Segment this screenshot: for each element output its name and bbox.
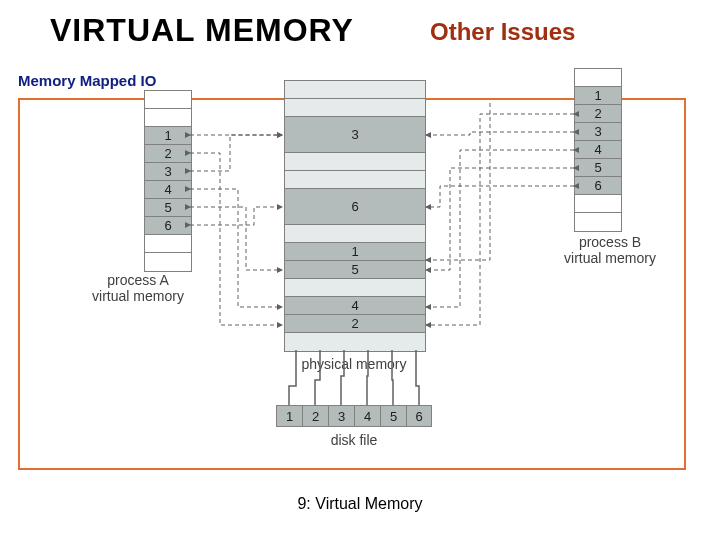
disk-cell: 2 xyxy=(302,405,328,427)
mem-row xyxy=(285,171,425,189)
mem-row: 2 xyxy=(285,315,425,333)
section-label: Memory Mapped IO xyxy=(18,72,156,89)
mem-row xyxy=(285,225,425,243)
mem-row xyxy=(575,195,621,213)
caption-text: disk file xyxy=(331,432,378,448)
mem-row xyxy=(145,235,191,253)
sub-title: Other Issues xyxy=(430,18,575,46)
disk-cell: 6 xyxy=(406,405,432,427)
caption-text: physical memory xyxy=(301,356,406,372)
mem-row xyxy=(285,333,425,351)
caption-text: virtual memory xyxy=(92,288,184,304)
mem-row: 5 xyxy=(575,159,621,177)
disk-cell: 5 xyxy=(380,405,406,427)
mem-row: 1 xyxy=(285,243,425,261)
mem-row xyxy=(575,213,621,231)
mem-row: 6 xyxy=(145,217,191,235)
mem-row: 3 xyxy=(285,117,425,153)
disk-cell: 3 xyxy=(328,405,354,427)
mem-row: 6 xyxy=(285,189,425,225)
mem-row xyxy=(285,81,425,99)
diagram-frame: 1 2 3 4 5 6 process A virtual memory 3 6… xyxy=(18,98,686,470)
physical-caption: physical memory xyxy=(284,356,424,372)
memory-diagram: 1 2 3 4 5 6 process A virtual memory 3 6… xyxy=(20,100,684,468)
mem-row: 4 xyxy=(285,297,425,315)
mem-row xyxy=(285,99,425,117)
mem-row xyxy=(285,279,425,297)
physical-table: 3 6 1 5 4 2 xyxy=(284,80,426,352)
mem-row xyxy=(285,153,425,171)
caption-text: virtual memory xyxy=(564,250,656,266)
mem-row xyxy=(145,109,191,127)
caption-text: process A xyxy=(107,272,168,288)
mem-row: 4 xyxy=(145,181,191,199)
disk-cell: 4 xyxy=(354,405,380,427)
mem-row: 5 xyxy=(145,199,191,217)
mem-row: 1 xyxy=(575,87,621,105)
mem-row: 6 xyxy=(575,177,621,195)
disk-cell: 1 xyxy=(276,405,302,427)
mem-row: 2 xyxy=(575,105,621,123)
caption-text: process B xyxy=(579,234,641,250)
main-title: VIRTUAL MEMORY xyxy=(50,12,354,49)
process-b-caption: process B virtual memory xyxy=(550,234,670,266)
mem-row xyxy=(575,69,621,87)
process-a-table: 1 2 3 4 5 6 xyxy=(144,90,192,272)
footer-text: 9: Virtual Memory xyxy=(0,495,720,513)
process-b-table: 1 2 3 4 5 6 xyxy=(574,68,622,232)
process-a-caption: process A virtual memory xyxy=(88,272,188,304)
mem-row: 1 xyxy=(145,127,191,145)
mem-row xyxy=(145,91,191,109)
mem-row: 5 xyxy=(285,261,425,279)
mem-row: 3 xyxy=(575,123,621,141)
disk-file: 1 2 3 4 5 6 xyxy=(276,405,432,427)
mem-row xyxy=(145,253,191,271)
mem-row: 2 xyxy=(145,145,191,163)
mem-row: 4 xyxy=(575,141,621,159)
mem-row: 3 xyxy=(145,163,191,181)
disk-caption: disk file xyxy=(276,432,432,448)
